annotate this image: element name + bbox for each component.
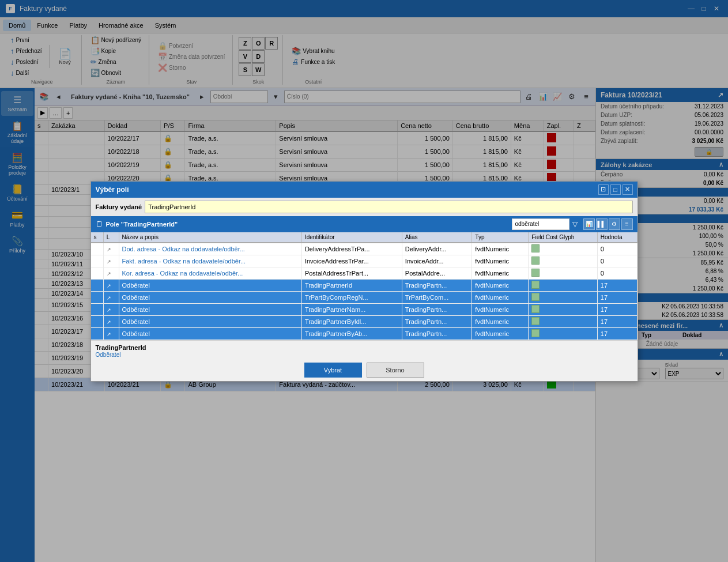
modal-cell-glyph	[529, 243, 597, 255]
modal-close-btn[interactable]: ✕	[623, 184, 633, 195]
modal-cell-glyph	[529, 255, 597, 267]
modal-cell-alias: TradingPartn...	[402, 327, 472, 340]
modal-cell-type: fvdtNumeric	[472, 255, 529, 267]
field-name: Fakt. adresa - Odkaz na dodavatele/odběr…	[122, 258, 246, 265]
modal-overlay: Výběr polí ⊡ □ ✕ Faktury vydané 🗒 Pole "…	[0, 0, 728, 562]
modal-footer-buttons: Vybrat Storno	[96, 360, 633, 378]
modal-table-row[interactable]: ↗ Fakt. adresa - Odkaz na dodavatele/odb…	[91, 255, 638, 267]
modal-col-glyph[interactable]: Field Cost Glyph	[529, 232, 597, 243]
modal-cell-id: TradingPartnerId	[301, 279, 402, 291]
modal-col-value[interactable]: Hodnota	[597, 232, 637, 243]
modal-table-row[interactable]: ↗ Odběratel TradingPartnerByIdl... Tradi…	[91, 315, 638, 327]
modal-cancel-btn[interactable]: Storno	[367, 363, 424, 378]
modal-max-btn[interactable]: □	[610, 184, 621, 195]
modal-cell-name: Odběratel	[119, 291, 301, 303]
modal-search-input[interactable]	[145, 201, 632, 213]
modal-cell-type: fvdtNumeric	[472, 327, 529, 340]
modal-cell-glyph	[529, 279, 597, 291]
modal-footer-value: Odběratel	[96, 352, 121, 358]
modal-cell-glyph	[529, 315, 597, 327]
modal-search-bar: Faktury vydané	[91, 198, 638, 216]
modal-cell-glyph	[529, 303, 597, 315]
modal-field-name: Pole "TradingPartnerId"	[106, 221, 509, 228]
modal-cell-value: 17	[597, 279, 637, 291]
modal-cell-alias: TradingPartn...	[402, 315, 472, 327]
modal-cell-alias: PostalAddre...	[402, 267, 472, 279]
modal-cell-s	[91, 243, 104, 255]
external-link-icon: ↗	[107, 259, 111, 265]
external-link-icon: ↗	[107, 307, 111, 313]
glyph-square	[531, 329, 540, 337]
modal-cell-l: ↗	[103, 279, 119, 291]
modal-table-row[interactable]: ↗ Odběratel TradingPartnerByAb... Tradin…	[91, 327, 638, 340]
modal-col-type[interactable]: Typ	[472, 232, 529, 243]
modal-cell-alias: TradingPartn...	[402, 303, 472, 315]
modal-cell-l: ↗	[103, 243, 119, 255]
field-name: Odběratel	[122, 294, 150, 301]
modal-field-filter[interactable]	[512, 218, 569, 230]
modal-cell-l: ↗	[103, 267, 119, 279]
modal-footer-field: TradingPartnerId	[96, 344, 146, 351]
modal-cell-s	[91, 303, 104, 315]
glyph-square	[531, 269, 540, 277]
modal-menu-btn[interactable]: ≡	[621, 218, 633, 230]
glyph-square	[531, 281, 540, 289]
modal-footer-info: TradingPartnerId Odběratel	[96, 344, 633, 358]
modal-col-l[interactable]: L	[103, 232, 119, 243]
modal-col-id[interactable]: Identifikátor	[301, 232, 402, 243]
modal-controls: ⊡ □ ✕	[598, 184, 633, 195]
modal-cell-value: 0	[597, 243, 637, 255]
modal-select-btn[interactable]: Vybrat	[304, 363, 362, 378]
field-name: Odběratel	[122, 318, 150, 325]
modal-cell-glyph	[529, 327, 597, 340]
external-link-icon: ↗	[107, 271, 111, 277]
modal-title-bar: Výběr polí ⊡ □ ✕	[91, 182, 638, 198]
modal-cell-alias: TrPartByCom...	[402, 291, 472, 303]
external-link-icon: ↗	[107, 295, 111, 301]
field-name: Dod. adresa - Odkaz na dodavatele/odběr.…	[122, 246, 245, 252]
modal-filter-funnel-icon: ▽	[572, 220, 578, 228]
modal-cell-l: ↗	[103, 303, 119, 315]
external-link-icon: ↗	[107, 331, 111, 337]
modal-cell-glyph	[529, 291, 597, 303]
glyph-square	[531, 244, 540, 252]
modal-field-icon: 🗒	[96, 220, 103, 228]
field-name: Odběratel	[122, 330, 150, 337]
modal-cell-l: ↗	[103, 291, 119, 303]
modal-table-body: ↗ Dod. adresa - Odkaz na dodavatele/odbě…	[91, 243, 638, 340]
modal-cell-name: Kor. adresa - Odkaz na dodavatele/odběr.…	[119, 267, 301, 279]
modal-cell-name: Odběratel	[119, 303, 301, 315]
glyph-square	[531, 305, 540, 313]
modal-cell-type: fvdtNumeric	[472, 291, 529, 303]
modal-chart-btn[interactable]: 📊	[583, 218, 595, 230]
modal-bar-btn[interactable]: ▌▌	[596, 218, 608, 230]
modal-restore-btn[interactable]: ⊡	[598, 184, 609, 195]
field-name: Odběratel	[122, 282, 150, 289]
modal-table-row[interactable]: ↗ Odběratel TradingPartnerId TradingPart…	[91, 279, 638, 291]
modal-header-row: s L Název a popis Identifikátor Alias Ty…	[91, 232, 638, 243]
modal-cell-id: TradingPartnerByIdl...	[301, 315, 402, 327]
modal-table-row[interactable]: ↗ Kor. adresa - Odkaz na dodavatele/odbě…	[91, 267, 638, 279]
modal-cell-s	[91, 315, 104, 327]
modal-cell-name: Odběratel	[119, 327, 301, 340]
modal-cell-type: fvdtNumeric	[472, 279, 529, 291]
modal-cell-alias: TradingPartn...	[402, 279, 472, 291]
modal-search-label: Faktury vydané	[96, 203, 142, 210]
modal-table-row[interactable]: ↗ Odběratel TrPartByCompRegN... TrPartBy…	[91, 291, 638, 303]
modal-cell-name: Fakt. adresa - Odkaz na dodavatele/odběr…	[119, 255, 301, 267]
modal-table-row[interactable]: ↗ Dod. adresa - Odkaz na dodavatele/odbě…	[91, 243, 638, 255]
modal-table-row[interactable]: ↗ Odběratel TradingPartnerNam... Trading…	[91, 303, 638, 315]
modal-col-name[interactable]: Název a popis	[119, 232, 301, 243]
glyph-square	[531, 257, 540, 265]
modal-cell-l: ↗	[103, 327, 119, 340]
modal-cell-value: 17	[597, 291, 637, 303]
modal-cell-name: Odběratel	[119, 315, 301, 327]
modal-col-alias[interactable]: Alias	[402, 232, 472, 243]
external-link-icon: ↗	[107, 283, 111, 289]
modal-col-s[interactable]: s	[91, 232, 104, 243]
modal-cell-s	[91, 291, 104, 303]
field-name: Odběratel	[122, 306, 150, 313]
modal-cell-id: TradingPartnerByAb...	[301, 327, 402, 340]
modal-settings-btn[interactable]: ⚙	[609, 218, 620, 230]
modal-cell-s	[91, 255, 104, 267]
